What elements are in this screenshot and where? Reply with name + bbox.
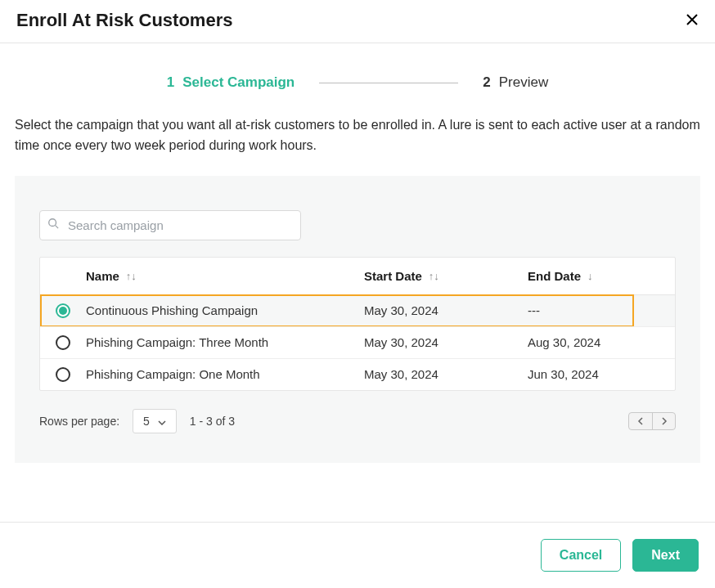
search-icon (47, 218, 59, 232)
end-date: Aug 30, 2024 (528, 335, 675, 349)
step-label: Select Campaign (182, 74, 295, 91)
end-date: Jun 30, 2024 (528, 367, 675, 381)
table-row[interactable]: Continuous Phishing CampaignMay 30, 2024… (40, 295, 675, 326)
modal-footer: Cancel Next (0, 522, 715, 588)
start-date: May 30, 2024 (364, 367, 528, 381)
modal-title: Enroll At Risk Customers (16, 10, 232, 31)
sort-icon: ↑↓ (126, 270, 137, 282)
campaign-panel: Name ↑↓ Start Date ↑↓ End Date ↓ Continu… (15, 176, 700, 463)
next-button[interactable]: Next (632, 539, 699, 572)
column-header-name[interactable]: Name ↑↓ (86, 269, 364, 283)
rows-per-page-select[interactable]: 5 (133, 409, 177, 433)
search-input[interactable] (39, 210, 301, 240)
description-text: Select the campaign that you want all at… (15, 115, 700, 156)
modal-header: Enroll At Risk Customers (0, 0, 715, 43)
svg-line-1 (56, 226, 59, 229)
start-date: May 30, 2024 (364, 303, 528, 317)
rows-per-page-label: Rows per page: (39, 415, 119, 428)
svg-point-0 (49, 219, 56, 227)
step-number: 2 (483, 74, 490, 91)
prev-page-button[interactable] (629, 413, 652, 429)
start-date: May 30, 2024 (364, 335, 528, 349)
close-button[interactable] (686, 11, 699, 29)
page-nav (628, 412, 676, 430)
step-preview[interactable]: 2 Preview (483, 74, 548, 91)
stepper: 1 Select Campaign 2 Preview (15, 43, 700, 115)
next-page-button[interactable] (652, 413, 675, 429)
table-header: Name ↑↓ Start Date ↑↓ End Date ↓ (40, 258, 675, 295)
step-number: 1 (167, 74, 174, 91)
radio-button[interactable] (56, 367, 70, 382)
close-icon (686, 10, 699, 30)
cancel-button[interactable]: Cancel (541, 539, 621, 572)
step-label: Preview (499, 74, 548, 91)
campaign-name: Phishing Campaign: One Month (86, 367, 364, 381)
step-divider (319, 83, 458, 83)
radio-button[interactable] (56, 303, 70, 318)
radio-button[interactable] (56, 335, 70, 350)
campaign-name: Continuous Phishing Campaign (86, 303, 364, 317)
sort-icon: ↑↓ (429, 270, 439, 282)
search-wrap (39, 210, 301, 240)
sort-down-icon: ↓ (587, 270, 593, 282)
step-select-campaign[interactable]: 1 Select Campaign (167, 74, 295, 91)
table-row[interactable]: Phishing Campaign: Three MonthMay 30, 20… (40, 326, 675, 358)
table-row[interactable]: Phishing Campaign: One MonthMay 30, 2024… (40, 358, 675, 390)
chevron-down-icon (158, 415, 166, 428)
end-date: --- (528, 303, 675, 317)
column-header-start-date[interactable]: Start Date ↑↓ (364, 269, 528, 283)
pagination-range: 1 - 3 of 3 (190, 415, 235, 428)
pagination: Rows per page: 5 1 - 3 of 3 (39, 409, 676, 433)
campaign-name: Phishing Campaign: Three Month (86, 335, 364, 349)
campaign-table: Name ↑↓ Start Date ↑↓ End Date ↓ Continu… (39, 257, 676, 391)
column-header-end-date[interactable]: End Date ↓ (528, 269, 675, 283)
